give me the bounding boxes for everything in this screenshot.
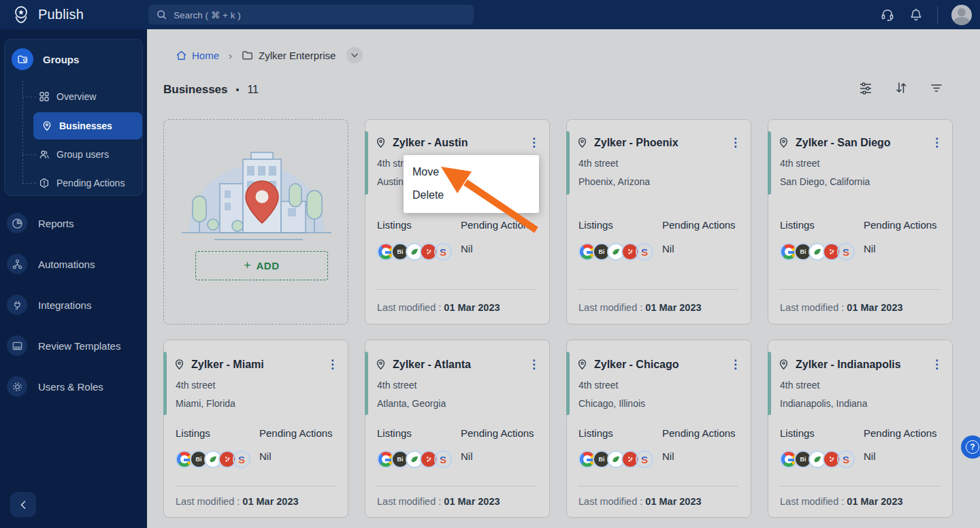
add-button-label: ADD	[256, 260, 279, 271]
sidebar-item-label: Users & Roles	[38, 381, 103, 393]
review-templates-icon	[7, 335, 27, 356]
add-business-button[interactable]: + ADD	[195, 251, 328, 280]
sidebar-item-label: Review Templates	[38, 340, 120, 352]
location-pin-icon	[375, 137, 387, 148]
business-card[interactable]: Zylker - Miami ⋮ 4th street Miami, Flori…	[163, 340, 348, 518]
status-stripe	[768, 352, 771, 415]
s-platform-listing-icon: S	[434, 450, 452, 468]
sidebar-item-groups[interactable]: Groups	[12, 48, 79, 70]
breadcrumb-current-label: Zylker Enterprise	[259, 50, 336, 61]
business-card[interactable]: Zylker - Austin ⋮ 4th street Austin, Tex…	[365, 119, 550, 325]
card-divider	[779, 289, 940, 290]
sidebar-item-review-templates[interactable]: Review Templates	[7, 335, 120, 356]
pending-actions-label: Pending Actions	[864, 219, 937, 231]
groups-panel: Groups Overview Businesses	[4, 39, 143, 196]
last-modified: Last modified : 01 Mar 2023	[578, 496, 702, 507]
breadcrumb-dropdown-button[interactable]	[346, 47, 363, 63]
search-input[interactable]: Search ( ⌘ + k )	[148, 5, 474, 24]
view-settings-sliders-icon[interactable]	[859, 81, 872, 95]
add-business-card: + ADD	[163, 119, 348, 325]
user-avatar[interactable]	[951, 5, 972, 25]
sidebar-item-automations[interactable]: Automations	[7, 254, 95, 274]
chevron-left-icon	[19, 500, 27, 510]
publish-logo-icon	[11, 5, 31, 25]
address-line1: 4th street	[176, 380, 215, 391]
breadcrumb-current: Zylker Enterprise	[242, 50, 336, 61]
card-divider	[578, 486, 738, 486]
sidebar-item-label: Reports	[38, 218, 74, 229]
sort-icon[interactable]	[894, 81, 908, 95]
listings-label: Listings	[377, 427, 412, 439]
context-menu-item-delete[interactable]: Delete	[404, 184, 539, 207]
pending-actions-value: Nil	[662, 243, 674, 254]
listing-platform-icons: BiS	[780, 243, 851, 261]
search-placeholder: Search ( ⌘ + k )	[174, 10, 241, 20]
context-menu-item-move[interactable]: Move	[404, 161, 539, 184]
listing-platform-icons: BiS	[176, 450, 247, 468]
status-stripe	[768, 131, 771, 195]
filter-icon[interactable]	[930, 81, 943, 95]
business-card[interactable]: Zylker - Chicago ⋮ 4th street Chicago, I…	[566, 340, 751, 518]
location-pin-icon	[576, 359, 588, 370]
sidebar-item-overview[interactable]: Overview	[39, 91, 96, 102]
location-pin-icon	[778, 137, 789, 148]
last-modified: Last modified : 01 Mar 2023	[377, 302, 500, 313]
card-kebab-menu-icon[interactable]: ⋮	[525, 357, 542, 372]
sidebar-item-pending-actions[interactable]: Pending Actions	[39, 178, 125, 188]
address-line2: Chicago, Illinois	[578, 398, 645, 409]
card-divider	[578, 289, 738, 290]
business-card[interactable]: Zylker - Atlanta ⋮ 4th street Atlanta, G…	[365, 340, 550, 518]
help-button[interactable]: ?	[961, 435, 980, 459]
status-stripe	[365, 131, 368, 195]
s-platform-listing-icon: S	[233, 450, 250, 468]
last-modified: Last modified : 01 Mar 2023	[377, 496, 500, 507]
card-kebab-menu-icon[interactable]: ⋮	[928, 357, 945, 372]
s-platform-listing-icon: S	[434, 243, 452, 261]
support-headset-icon[interactable]	[880, 7, 895, 22]
status-stripe	[566, 131, 570, 195]
address-line2: Indianapolis, Indiana	[780, 398, 867, 409]
card-kebab-menu-icon[interactable]: ⋮	[525, 135, 542, 150]
business-card[interactable]: Zylker - San Diego ⋮ 4th street San Dieg…	[768, 119, 953, 325]
sidebar-collapse-button[interactable]	[10, 492, 36, 517]
businesses-count: 11	[247, 84, 259, 96]
card-kebab-menu-icon[interactable]: ⋮	[928, 135, 945, 150]
sidebar-item-businesses[interactable]: Businesses	[33, 112, 142, 139]
sidebar-item-integrations[interactable]: Integrations	[7, 295, 91, 315]
question-mark-icon: ?	[966, 440, 979, 454]
overview-grid-icon	[39, 91, 50, 102]
users-roles-gear-icon	[7, 376, 27, 397]
pending-actions-value: Nil	[864, 450, 876, 462]
sidebar-item-users-roles[interactable]: Users & Roles	[7, 376, 103, 397]
sidebar-item-group-users[interactable]: Group users	[39, 149, 109, 160]
app-title: Publish	[38, 7, 84, 22]
pending-actions-icon	[39, 178, 50, 188]
breadcrumb-home-link[interactable]: Home	[176, 50, 219, 61]
business-card[interactable]: Zylker - Indianapolis ⋮ 4th street India…	[768, 340, 953, 518]
address-line2: Phoenix, Arizona	[578, 176, 650, 187]
card-divider	[175, 486, 336, 486]
listing-platform-icons: BiS	[377, 450, 448, 468]
business-name: Zylker - Phoenix	[594, 137, 721, 149]
location-pin-icon	[174, 359, 185, 370]
breadcrumb-home-label: Home	[192, 50, 219, 61]
automations-flow-icon	[7, 254, 27, 274]
sidebar-item-label: Businesses	[59, 120, 112, 131]
notifications-bell-icon[interactable]	[909, 7, 924, 22]
address-line2: San Diego, California	[780, 176, 870, 187]
card-kebab-menu-icon[interactable]: ⋮	[727, 357, 744, 372]
address-line2: Atlanta, Georgia	[377, 398, 446, 409]
business-card[interactable]: Zylker - Phoenix ⋮ 4th street Phoenix, A…	[566, 119, 751, 325]
last-modified: Last modified : 01 Mar 2023	[578, 302, 702, 313]
chevron-down-icon	[351, 53, 358, 58]
location-pin-icon	[576, 137, 588, 148]
sidebar-item-reports[interactable]: Reports	[7, 213, 74, 233]
listings-label: Listings	[578, 427, 613, 439]
address-line2: Miami, Florida	[176, 398, 235, 409]
listings-label: Listings	[578, 219, 613, 231]
sidebar-item-label: Group users	[56, 149, 109, 160]
card-kebab-menu-icon[interactable]: ⋮	[727, 135, 744, 150]
breadcrumb-separator: ›	[225, 50, 236, 61]
card-kebab-menu-icon[interactable]: ⋮	[324, 357, 341, 372]
card-context-menu: Move Delete	[404, 155, 539, 213]
